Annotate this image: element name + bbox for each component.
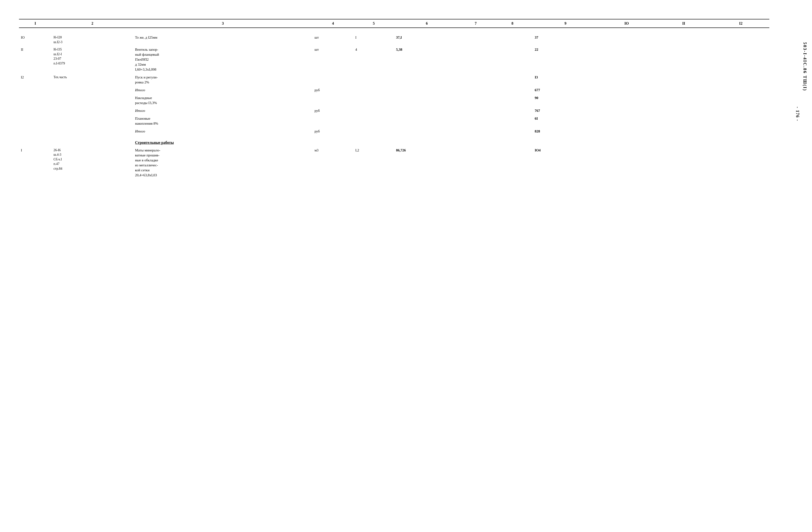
row-col5 bbox=[353, 115, 394, 128]
row-col3: Итого bbox=[133, 128, 313, 135]
row-col11 bbox=[655, 94, 712, 107]
row-col2: 26-I6 ш.4-3 Сб.ч.I п.47 стр.84 bbox=[52, 146, 133, 179]
row-col10 bbox=[598, 128, 655, 135]
row-col7 bbox=[459, 46, 492, 73]
row-col7 bbox=[459, 128, 492, 135]
table-row: I 26-I6 ш.4-3 Сб.ч.I п.47 стр.84 Маты ми… bbox=[19, 146, 769, 179]
table-row: I2 Тех.часть Пуск и регули-ровка 2% I3 bbox=[19, 73, 769, 86]
row-col6 bbox=[394, 73, 459, 86]
row-col4: руб bbox=[313, 128, 353, 135]
row-col7 bbox=[459, 146, 492, 179]
row-col1 bbox=[19, 115, 52, 128]
row-col9: 767 bbox=[533, 107, 598, 115]
row-col2 bbox=[52, 135, 133, 146]
row-col7 bbox=[459, 28, 492, 46]
row-col9 bbox=[533, 135, 598, 146]
row-col7 bbox=[459, 86, 492, 94]
row-col5: I bbox=[353, 28, 394, 46]
row-col7 bbox=[459, 73, 492, 86]
side-text-top: 503-I-4IC.86 ТШ(I) bbox=[802, 42, 807, 91]
row-col11 bbox=[655, 135, 712, 146]
row-col11 bbox=[655, 73, 712, 86]
row-col2: I6-I35 ш.I2-I 23-07 п.I-0379 bbox=[52, 46, 133, 73]
row-col2 bbox=[52, 94, 133, 107]
row-col2 bbox=[52, 128, 133, 135]
row-col12 bbox=[712, 94, 769, 107]
row-col10 bbox=[598, 107, 655, 115]
row-col9: 6I bbox=[533, 115, 598, 128]
row-col8 bbox=[492, 28, 533, 46]
row-col5: 4 bbox=[353, 46, 394, 73]
row-col11 bbox=[655, 46, 712, 73]
row-col4 bbox=[313, 115, 353, 128]
header-col-5: 5 bbox=[353, 19, 394, 28]
row-col4: шт bbox=[313, 46, 353, 73]
row-col9: 90 bbox=[533, 94, 598, 107]
header-col-11: II bbox=[655, 19, 712, 28]
row-col5: I,2 bbox=[353, 146, 394, 179]
row-col1 bbox=[19, 94, 52, 107]
row-col4 bbox=[313, 73, 353, 86]
table-header-row: I 2 3 4 5 6 7 8 9 IO II I2 bbox=[19, 19, 769, 28]
row-col3: Итого bbox=[133, 86, 313, 94]
row-col5 bbox=[353, 128, 394, 135]
row-col6: 5,38 bbox=[394, 46, 459, 73]
row-col7 bbox=[459, 107, 492, 115]
row-col5 bbox=[353, 73, 394, 86]
row-col9: 828 bbox=[533, 128, 598, 135]
row-col3: Итого bbox=[133, 107, 313, 115]
row-col11 bbox=[655, 128, 712, 135]
row-col8 bbox=[492, 73, 533, 86]
row-col2 bbox=[52, 115, 133, 128]
header-col-7: 7 bbox=[459, 19, 492, 28]
row-col3: Маты минерало-ватные прошив-ные в обклад… bbox=[133, 146, 313, 179]
row-col9: I3 bbox=[533, 73, 598, 86]
row-col12 bbox=[712, 28, 769, 46]
row-col9: 22 bbox=[533, 46, 598, 73]
header-col-9: 9 bbox=[533, 19, 598, 28]
row-col3: То же, д I25мм bbox=[133, 28, 313, 46]
row-col10 bbox=[598, 135, 655, 146]
row-col1: II bbox=[19, 46, 52, 73]
row-col10 bbox=[598, 94, 655, 107]
main-table: I 2 3 4 5 6 7 8 9 IO II I2 IO I6-I20 ш.I… bbox=[19, 19, 769, 179]
row-col4: руб bbox=[313, 86, 353, 94]
row-col5 bbox=[353, 86, 394, 94]
row-col1 bbox=[19, 135, 52, 146]
row-col1 bbox=[19, 107, 52, 115]
row-col8 bbox=[492, 86, 533, 94]
row-col10 bbox=[598, 73, 655, 86]
row-col4 bbox=[313, 94, 353, 107]
row-col5 bbox=[353, 107, 394, 115]
row-col2: Тех.часть bbox=[52, 73, 133, 86]
row-col11 bbox=[655, 28, 712, 46]
row-col8 bbox=[492, 135, 533, 146]
row-col12 bbox=[712, 115, 769, 128]
row-col11 bbox=[655, 86, 712, 94]
row-col12 bbox=[712, 146, 769, 179]
row-col7 bbox=[459, 135, 492, 146]
row-col4 bbox=[313, 135, 353, 146]
header-col-12: I2 bbox=[712, 19, 769, 28]
row-col12 bbox=[712, 73, 769, 86]
row-col1: I2 bbox=[19, 73, 52, 86]
row-col5 bbox=[353, 94, 394, 107]
row-col10 bbox=[598, 28, 655, 46]
table-row: II I6-I35 ш.I2-I 23-07 п.I-0379 Вентиль … bbox=[19, 46, 769, 73]
row-col2: I6-I20 ш.I2-3 bbox=[52, 28, 133, 46]
header-col-6: 6 bbox=[394, 19, 459, 28]
row-col10 bbox=[598, 46, 655, 73]
table-row: Строительные работы bbox=[19, 135, 769, 146]
row-col6 bbox=[394, 128, 459, 135]
row-col6 bbox=[394, 86, 459, 94]
table-row: Накладныерасходы I3,3% 90 bbox=[19, 94, 769, 107]
row-col8 bbox=[492, 107, 533, 115]
row-col3: Вентиль запор-ный фланцевыйI5кчI9П2д 32м… bbox=[133, 46, 313, 73]
row-col7 bbox=[459, 94, 492, 107]
side-text-bottom: - 176 - bbox=[795, 107, 800, 121]
row-col12 bbox=[712, 135, 769, 146]
row-col3: Накладныерасходы I3,3% bbox=[133, 94, 313, 107]
header-col-3: 3 bbox=[133, 19, 313, 28]
row-col3: Плановыенакопления 8% bbox=[133, 115, 313, 128]
row-col8 bbox=[492, 128, 533, 135]
